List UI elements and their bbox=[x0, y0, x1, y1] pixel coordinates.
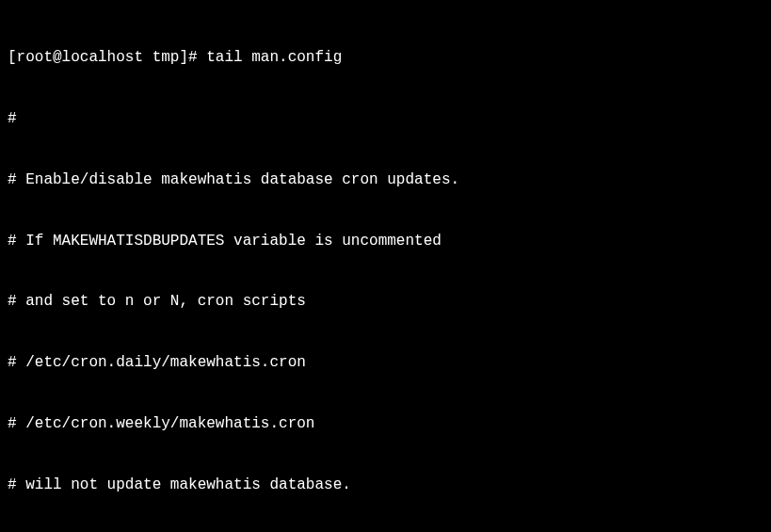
command-line-1: [root@localhost tmp]# tail man.config bbox=[8, 48, 763, 69]
output-line: # If MAKEWHATISDBUPDATES variable is unc… bbox=[8, 232, 763, 252]
output-line: # will not update makewhatis database. bbox=[8, 476, 763, 496]
output-line: # and set to n or N, cron scripts bbox=[8, 292, 763, 313]
output-line: # Enable/disable makewhatis database cro… bbox=[8, 170, 763, 191]
shell-prompt: [root@localhost tmp]# bbox=[8, 48, 206, 69]
terminal-window[interactable]: [root@localhost tmp]# tail man.config # … bbox=[8, 8, 763, 532]
output-line: # bbox=[8, 109, 763, 130]
command-text: tail man.config bbox=[206, 48, 342, 69]
output-line: # /etc/cron.weekly/makewhatis.cron bbox=[8, 414, 763, 435]
output-line: # /etc/cron.daily/makewhatis.cron bbox=[8, 353, 763, 374]
